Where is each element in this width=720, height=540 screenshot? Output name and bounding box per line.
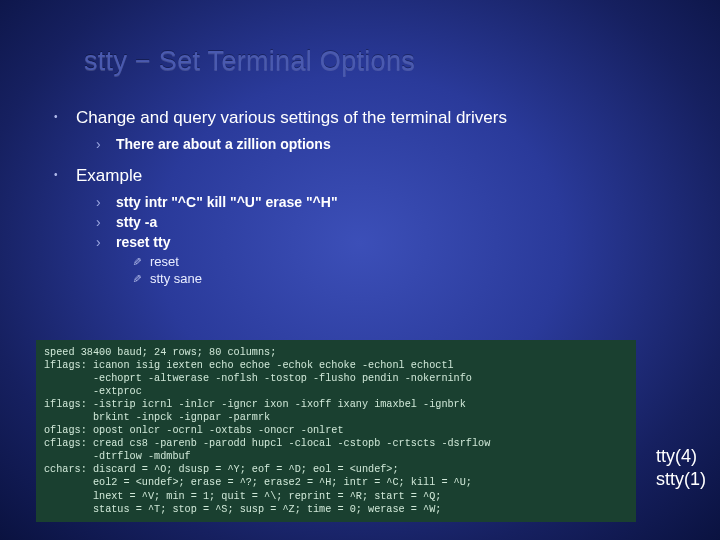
slide-title: stty − Set Terminal Options	[84, 46, 415, 77]
subsub-reset: reset	[132, 254, 654, 269]
terminal-output: speed 38400 baud; 24 rows; 80 columns; l…	[36, 340, 636, 522]
slide-body: Change and query various settings of the…	[54, 108, 654, 288]
subbullet-stty-a: stty -a	[96, 214, 654, 230]
bullet-change-query: Change and query various settings of the…	[54, 108, 654, 128]
ref-tty4: tty(4)	[656, 445, 706, 468]
ref-stty1: stty(1)	[656, 468, 706, 491]
subsub-stty-sane: stty sane	[132, 271, 654, 286]
subbullet-reset-tty: reset tty	[96, 234, 654, 250]
subbullet-stty-intr: stty intr "^C" kill "^U" erase "^H"	[96, 194, 654, 210]
man-page-refs: tty(4) stty(1)	[656, 445, 706, 490]
subbullet-zillion: There are about a zillion options	[96, 136, 654, 152]
bullet-example: Example	[54, 166, 654, 186]
